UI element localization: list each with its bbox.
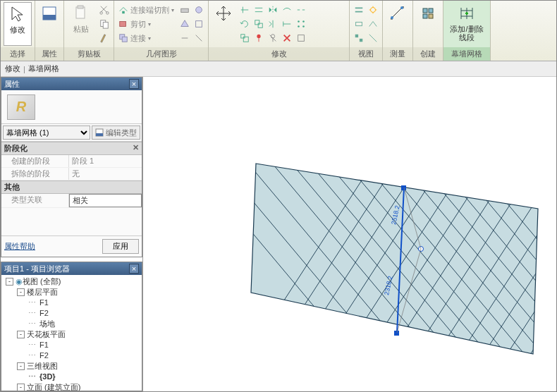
- svg-point-23: [257, 35, 260, 38]
- tree-label: F1: [39, 298, 49, 308]
- view-tool-1[interactable]: [353, 4, 365, 16]
- tree-label: 场地: [39, 319, 55, 329]
- geom-cut-button[interactable]: 剪切▾: [117, 18, 176, 30]
- grid-segment-icon: [457, 4, 477, 23]
- group-label-select: 选择: [1, 47, 35, 61]
- match-small-button[interactable]: [98, 32, 111, 44]
- tree-item[interactable]: -楼层平面: [1, 287, 142, 298]
- cut-small-button[interactable]: [98, 4, 111, 16]
- ribbon: 修改 选择 属性 粘贴 剪贴板 连接: [1, 1, 556, 61]
- section-other[interactable]: 其他: [1, 180, 142, 194]
- offset-button[interactable]: [252, 4, 265, 16]
- tree-twisty[interactable]: -: [17, 288, 25, 296]
- grid-handle-bottom[interactable]: [394, 331, 399, 336]
- tree-item[interactable]: -◉ 视图 (全部): [1, 276, 142, 287]
- view-tool-6[interactable]: [367, 32, 379, 44]
- tree-item[interactable]: ⋯F1: [1, 298, 142, 308]
- properties-titlebar[interactable]: 属性 ×: [1, 78, 142, 90]
- group-label-modify: 修改: [209, 47, 349, 61]
- geom-tool-4[interactable]: [192, 18, 205, 30]
- geom-tool-5[interactable]: [178, 32, 191, 44]
- trim-button[interactable]: [281, 4, 293, 16]
- extend-button[interactable]: [281, 18, 293, 30]
- array-button[interactable]: [295, 18, 307, 30]
- rotate-button[interactable]: [238, 18, 251, 30]
- properties-help-link[interactable]: 属性帮助: [4, 241, 35, 252]
- svg-point-33: [400, 6, 403, 9]
- prop-type-assoc[interactable]: 类型关联相关: [1, 194, 142, 208]
- add-remove-segment-button[interactable]: 添加/删除 线段: [446, 2, 487, 46]
- tree-item[interactable]: ⋯F1: [1, 340, 142, 350]
- copy-small-button[interactable]: [98, 18, 111, 30]
- svg-rect-30: [355, 35, 358, 37]
- unpin-button[interactable]: [267, 32, 279, 44]
- project-tree[interactable]: -◉ 视图 (全部)-楼层平面⋯F1⋯F2⋯场地-天花板平面⋯F1⋯F2-三维视…: [1, 275, 142, 391]
- group-label-view: 视图: [350, 47, 382, 61]
- svg-rect-35: [429, 8, 433, 13]
- tree-item[interactable]: ⋯{3D}: [1, 372, 142, 382]
- properties-close-button[interactable]: ×: [129, 79, 139, 89]
- geom-join-button[interactable]: 连接▾: [117, 32, 176, 44]
- mirror2-button[interactable]: [267, 18, 279, 30]
- measure-button[interactable]: [386, 2, 410, 46]
- tree-label: 立面 (建筑立面): [27, 382, 80, 391]
- modify-misc-button[interactable]: [295, 32, 307, 44]
- edit-type-button[interactable]: 编辑类型: [92, 125, 140, 140]
- svg-rect-11: [122, 37, 127, 42]
- grid-handle-top[interactable]: [401, 185, 406, 190]
- copy-button[interactable]: [252, 18, 265, 30]
- geom-tool-1[interactable]: [178, 4, 191, 16]
- pin-button[interactable]: [252, 32, 265, 44]
- view-tool-5[interactable]: [353, 32, 365, 44]
- svg-rect-39: [96, 133, 103, 136]
- create-button[interactable]: [416, 2, 440, 46]
- group-label-clipboard: 剪贴板: [64, 47, 114, 61]
- type-selector[interactable]: 幕墙网格 (1): [3, 125, 90, 140]
- split-button[interactable]: [295, 4, 307, 16]
- paste-button[interactable]: 粘贴: [67, 2, 95, 46]
- tree-twisty[interactable]: -: [6, 278, 13, 286]
- svg-point-5: [106, 12, 109, 15]
- tree-twisty[interactable]: -: [17, 362, 25, 370]
- view-tool-2[interactable]: [367, 4, 379, 16]
- group-label-curtain-grid: 幕墙网格: [443, 47, 490, 61]
- svg-rect-21: [241, 35, 245, 38]
- tree-item[interactable]: -立面 (建筑立面): [1, 382, 142, 391]
- tree-item[interactable]: ⋯F2: [1, 350, 142, 361]
- tree-label: 视图 (全部): [23, 276, 61, 287]
- view-tool-3[interactable]: [353, 18, 365, 30]
- geom-tool-2[interactable]: [192, 4, 205, 16]
- properties-title: 属性: [4, 79, 20, 90]
- tree-item[interactable]: -天花板平面: [1, 329, 142, 340]
- curtain-wall[interactable]: [251, 164, 538, 354]
- modify-button[interactable]: 修改: [4, 2, 32, 46]
- move-button[interactable]: [212, 2, 235, 46]
- browser-titlebar[interactable]: 项目1 - 项目浏览器 ×: [1, 262, 142, 275]
- tree-twisty[interactable]: -: [17, 384, 25, 391]
- mirror-button[interactable]: [267, 4, 279, 16]
- join-cut-button[interactable]: 连接端切割▾: [117, 4, 176, 16]
- svg-rect-29: [356, 22, 362, 25]
- apply-button[interactable]: 应用: [102, 239, 139, 254]
- create-icon: [418, 4, 438, 23]
- view-tool-4[interactable]: [367, 18, 379, 30]
- delete-button[interactable]: [281, 32, 293, 44]
- tree-label: 天花板平面: [27, 329, 66, 340]
- scale-button[interactable]: [238, 32, 251, 44]
- geom-tool-6[interactable]: [192, 32, 205, 44]
- viewport-3d[interactable]: 2518.2 2318.2: [143, 77, 556, 391]
- tree-twisty[interactable]: -: [17, 331, 25, 338]
- align-button[interactable]: [238, 4, 251, 16]
- tree-label: 楼层平面: [27, 287, 58, 298]
- section-phase[interactable]: 阶段化✕: [1, 142, 142, 155]
- properties-button[interactable]: [38, 2, 61, 46]
- type-preview: [1, 90, 142, 124]
- tree-item[interactable]: ⋯F2: [1, 308, 142, 319]
- tree-item[interactable]: -三维视图: [1, 361, 142, 372]
- svg-point-32: [391, 16, 393, 19]
- ribbon-group-modify: 修改: [209, 1, 350, 61]
- browser-close-button[interactable]: ×: [129, 264, 139, 274]
- ribbon-group-create: 创建: [413, 1, 443, 61]
- geom-tool-3[interactable]: [178, 18, 191, 30]
- tree-item[interactable]: ⋯场地: [1, 319, 142, 329]
